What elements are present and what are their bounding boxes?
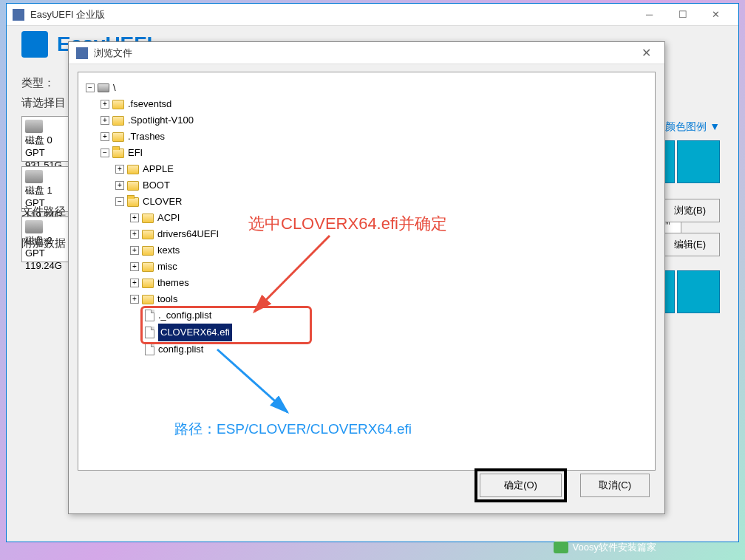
edit-button[interactable]: 编辑(E): [660, 233, 720, 256]
tree-file-config-hidden[interactable]: ._config.plist: [86, 307, 647, 324]
annotation-path-text: 路径：ESP/CLOVER/CLOVERX64.efi: [174, 420, 412, 439]
expand-icon[interactable]: +: [130, 262, 139, 271]
expand-icon[interactable]: +: [130, 230, 139, 239]
disk-icon: [25, 120, 43, 133]
tree-folder-misc[interactable]: +misc: [86, 259, 647, 275]
folder-icon: [142, 279, 154, 288]
collapse-icon[interactable]: −: [86, 83, 95, 92]
browse-file-dialog: 浏览文件 ✕ −\ +.fseventsd +.Spotlight-V100 +…: [68, 41, 665, 514]
wechat-icon: [554, 542, 568, 553]
maximize-button[interactable]: ☐: [666, 4, 699, 26]
expand-icon[interactable]: +: [130, 279, 139, 287]
minimize-button[interactable]: ─: [633, 4, 666, 26]
folder-icon: [127, 165, 139, 174]
expand-icon[interactable]: +: [115, 165, 124, 174]
tree-file-config[interactable]: config.plist: [86, 341, 647, 358]
expand-icon[interactable]: +: [115, 181, 124, 190]
ok-button[interactable]: 确定(O): [480, 474, 562, 497]
expand-icon[interactable]: +: [130, 246, 139, 255]
dialog-close-button[interactable]: ✕: [635, 46, 657, 60]
folder-icon: [142, 262, 154, 272]
expand-icon[interactable]: +: [101, 100, 109, 109]
cancel-button[interactable]: 取消(C): [580, 474, 650, 497]
dialog-buttons: 确定(O) 取消(C): [474, 468, 650, 502]
collapse-icon[interactable]: −: [101, 148, 109, 157]
partition-box[interactable]: [677, 140, 720, 183]
window-title: EasyUEFI 企业版: [30, 8, 633, 21]
browse-button[interactable]: 浏览(B): [660, 199, 720, 222]
drive-icon: [98, 83, 109, 92]
folder-icon: [142, 214, 154, 223]
folder-icon: [127, 181, 139, 191]
folder-icon: [112, 116, 124, 126]
color-legend-link[interactable]: 颜色图例 ▼: [665, 120, 720, 134]
annotation-select-text: 选中CLOVERX64.efi并确定: [248, 213, 447, 235]
folder-icon: [142, 295, 154, 304]
close-button[interactable]: ✕: [699, 4, 732, 26]
folder-icon: [142, 230, 154, 239]
tree-folder-trashes[interactable]: +.Trashes: [86, 129, 647, 145]
tree-folder-apple[interactable]: +APPLE: [86, 161, 647, 177]
dialog-title: 浏览文件: [94, 47, 635, 60]
tree-folder-tools[interactable]: +tools: [86, 291, 647, 307]
folder-open-icon: [127, 197, 139, 207]
disk-icon: [25, 170, 43, 183]
folder-icon: [112, 132, 124, 142]
collapse-icon[interactable]: −: [115, 197, 124, 206]
tree-folder-fseventsd[interactable]: +.fseventsd: [86, 96, 647, 112]
file-icon: [145, 344, 154, 355]
app-icon: [13, 9, 24, 21]
expand-icon[interactable]: +: [130, 214, 139, 222]
svg-line-1: [217, 349, 288, 412]
tree-folder-themes[interactable]: +themes: [86, 275, 647, 291]
annotation-highlight-ok: 确定(O): [474, 468, 567, 502]
folder-icon: [112, 100, 124, 109]
window-controls: ─ ☐ ✕: [633, 4, 732, 26]
main-titlebar: EasyUEFI 企业版 ─ ☐ ✕: [7, 4, 738, 26]
tree-folder-clover[interactable]: −CLOVER: [86, 194, 647, 210]
folder-icon: [142, 246, 154, 256]
dialog-titlebar: 浏览文件 ✕: [69, 42, 664, 64]
tree-file-cloverx64[interactable]: CLOVERX64.efi: [86, 324, 647, 341]
file-tree[interactable]: −\ +.fseventsd +.Spotlight-V100 +.Trashe…: [78, 72, 656, 471]
tree-folder-efi[interactable]: −EFI: [86, 145, 647, 161]
app-logo: [21, 31, 48, 58]
tree-folder-spotlight[interactable]: +.Spotlight-V100: [86, 112, 647, 129]
watermark: Voosy软件安装篇家: [554, 541, 656, 554]
file-icon: [145, 310, 154, 321]
expand-icon[interactable]: +: [130, 295, 139, 304]
tree-root[interactable]: −\: [86, 80, 647, 96]
folder-open-icon: [112, 148, 124, 158]
dialog-icon: [76, 47, 88, 59]
tree-folder-kexts[interactable]: +kexts: [86, 242, 647, 259]
disk-item-0[interactable]: 磁盘 0 GPT 931.51G: [21, 116, 75, 162]
tree-folder-boot[interactable]: +BOOT: [86, 177, 647, 194]
file-icon: [145, 327, 154, 338]
expand-icon[interactable]: +: [101, 116, 109, 125]
partition-box[interactable]: [677, 270, 720, 313]
expand-icon[interactable]: +: [101, 132, 109, 141]
